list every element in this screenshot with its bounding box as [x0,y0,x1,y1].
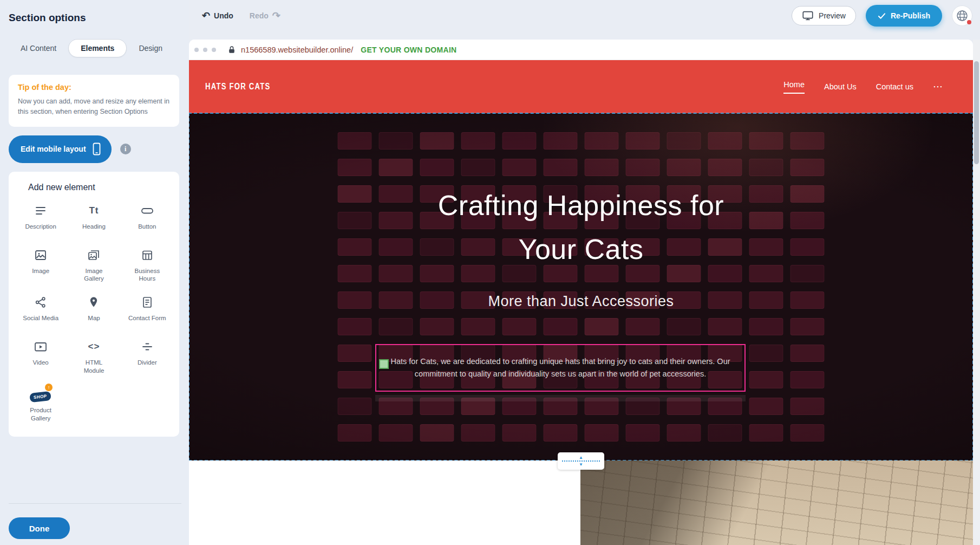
hero-tile [420,318,454,335]
section-resize-handle[interactable]: ▲ ▼ [558,452,604,470]
hero-tile [461,424,495,442]
site-preview-canvas: n1566589.websitebuilder.online/ GET YOUR… [189,40,973,545]
video-icon [34,339,48,354]
add-element-title: Add new element [28,183,174,192]
hero-tile [544,424,578,442]
element-html-module[interactable]: <> HTML Module [67,339,120,375]
site-logo[interactable]: HATS FOR CATS [205,82,270,92]
element-contact-form[interactable]: Contact Form [121,295,174,327]
element-divider[interactable]: Divider [121,339,174,375]
element-business-hours[interactable]: Business Hours [121,248,174,283]
hero-tile [585,159,619,176]
element-video[interactable]: Video [14,339,67,375]
tab-design[interactable]: Design [135,40,166,57]
description-icon [34,203,47,218]
hero-tile [544,318,578,335]
mobile-layout-row: Edit mobile layout i [9,135,179,163]
hero-tile [790,318,825,335]
hero-tile [790,132,825,150]
element-label: Social Media [23,314,58,322]
scrollbar-thumb[interactable] [974,61,979,164]
hero-tile [749,132,783,150]
hero-tile [790,424,825,442]
globe-icon [956,9,969,22]
done-button[interactable]: Done [9,517,70,539]
element-label: Image [32,267,49,275]
tab-ai-content[interactable]: AI Content [17,40,60,57]
nav-contact-us[interactable]: Contact us [876,82,913,91]
element-image-gallery[interactable]: Image Gallery [67,248,120,283]
hero-tile [338,345,372,362]
shop-badge-label: SHOP [29,391,51,403]
element-image[interactable]: Image [14,248,67,283]
element-button[interactable]: Button [121,203,174,236]
edit-mobile-layout-button[interactable]: Edit mobile layout [9,135,112,163]
preview-button[interactable]: Preview [792,6,856,25]
redo-button[interactable]: Redo ↷ [250,11,280,21]
contact-form-icon [141,295,154,310]
tip-body: Now you can add, move and resize any ele… [18,96,171,117]
element-label: Business Hours [128,267,166,283]
shop-plus-badge: ↑ [45,384,53,391]
info-icon[interactable]: i [120,144,131,154]
hero-tile [790,398,825,415]
element-heading[interactable]: Tt Heading [67,203,120,236]
element-map[interactable]: Map [67,295,120,327]
hero-tile [667,132,701,150]
hero-tile [502,424,537,442]
nav-about-us[interactable]: About Us [824,82,857,91]
nav-more-button[interactable]: ⋯ [933,81,944,93]
get-domain-link[interactable]: GET YOUR OWN DOMAIN [361,46,456,54]
hero-tile [461,132,495,150]
panel-tabs: AI Content Elements Design [17,39,189,57]
hero-tile [379,424,413,442]
hero-tile [749,159,783,176]
social-media-icon [34,295,47,310]
add-element-card: Add new element Description Tt Heading [9,172,179,437]
window-dot [203,48,207,52]
map-icon [87,295,100,310]
selected-text-element[interactable]: Hats for Cats, we are dedicated to craft… [375,344,746,392]
element-label: HTML Module [75,359,113,375]
language-globe-button[interactable] [952,5,972,26]
element-social-media[interactable]: Social Media [14,295,67,327]
element-label: Description [25,223,56,231]
resize-up-arrow: ▲ [579,456,583,459]
hero-tile [749,424,783,442]
tip-title: Tip of the day: [18,83,171,92]
next-section [189,460,973,545]
nav-home[interactable]: Home [783,80,805,94]
element-label: Contact Form [128,314,166,322]
undo-label: Undo [214,11,233,20]
republish-button[interactable]: Re-Publish [866,5,942,27]
republish-label: Re-Publish [891,11,930,20]
hero-tile [338,318,372,335]
element-description[interactable]: Description [14,203,67,236]
hero-section-selected[interactable]: Crafting Happiness for Your Cats More th… [189,113,973,460]
element-drag-handle[interactable] [379,359,389,369]
hero-tile [379,318,413,335]
hero-tile [626,318,660,335]
hero-tile [544,159,578,176]
product-gallery-icon: SHOP ↑ [30,387,51,402]
site-nav: Home About Us Contact us ⋯ [783,80,944,94]
hero-tile [502,159,537,176]
element-label: Divider [138,359,157,367]
hero-subtitle: More than Just Accessories [189,293,973,310]
page-scrollbar[interactable] [973,40,980,545]
hero-tile [585,424,619,442]
browser-bar: n1566589.websitebuilder.online/ GET YOUR… [189,40,973,60]
redo-label: Redo [250,11,269,20]
hero-tile [708,318,742,335]
window-dot [212,48,216,52]
site-url: n1566589.websitebuilder.online/ [241,46,353,54]
undo-button[interactable]: ↶ Undo [202,11,233,21]
element-label: Image Gallery [75,267,113,283]
image-icon [34,248,47,263]
site-header: HATS FOR CATS Home About Us Contact us ⋯ [189,60,973,113]
business-hours-icon [141,248,154,263]
heading-icon: Tt [89,203,99,218]
hero-tile [790,345,825,362]
element-product-gallery[interactable]: SHOP ↑ Product Gallery [14,387,67,423]
tab-elements[interactable]: Elements [68,39,127,57]
